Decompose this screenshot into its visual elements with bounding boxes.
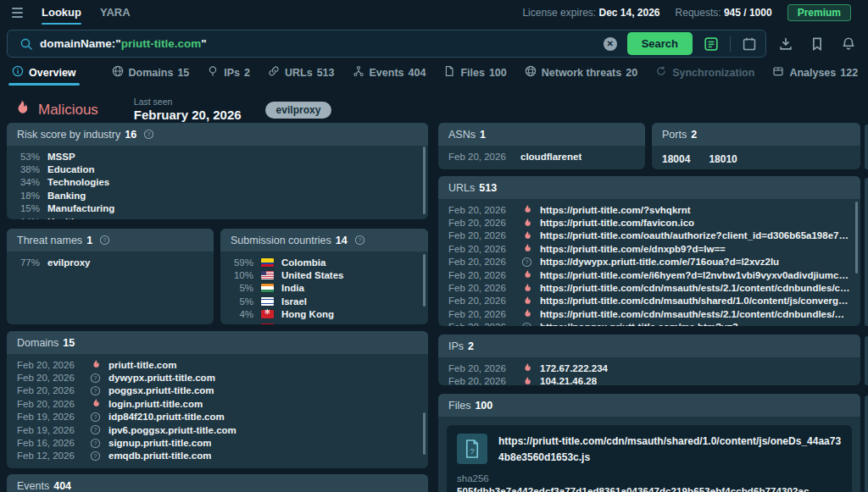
search-icon — [19, 37, 33, 51]
url-link[interactable]: https://priutt-title.com/e/i6hyem?d=l2nv… — [540, 270, 850, 280]
search-row: domainName:"priutt-title.com" ✕ Search — [7, 30, 856, 58]
stat-row: 53%MSSP — [17, 150, 418, 163]
tab-ips[interactable]: IPs 2 — [207, 65, 250, 80]
domain-link[interactable]: idp84f210.priutt-title.com — [108, 412, 225, 422]
pin-icon — [207, 65, 219, 80]
domain-link[interactable]: ipv6.poggsx.priutt-title.com — [108, 425, 236, 435]
bookmark-icon[interactable] — [810, 36, 825, 52]
search-input[interactable]: domainName:"priutt-title.com" ✕ Search — [7, 30, 766, 58]
scrollbar-thumb[interactable] — [423, 254, 426, 307]
url-link[interactable]: https://priutt-title.com/favicon.ico — [540, 218, 694, 228]
svg-text:?: ? — [93, 427, 97, 433]
date: Feb 20, 2026 — [448, 152, 513, 162]
tab-network-threats[interactable]: Network threats 20 — [525, 65, 637, 80]
domain-link[interactable]: poggsx.priutt-title.com — [108, 385, 214, 395]
port-value[interactable]: 18010 — [709, 153, 737, 165]
tab-overview[interactable]: Overview — [12, 65, 76, 80]
card-header: URLs 513 — [438, 176, 860, 199]
query-suffix: " — [201, 37, 206, 50]
percentage: 14% — [17, 217, 40, 219]
tab-files[interactable]: Files 100 — [443, 65, 506, 80]
card-header: Domains 15 — [7, 331, 428, 354]
unknown-verdict-icon: ? — [89, 438, 101, 449]
tab-analyses[interactable]: Analyses 122 — [772, 65, 858, 80]
svg-text:?: ? — [93, 388, 97, 394]
tab-label: Domains — [129, 67, 174, 79]
percentage: 53% — [17, 152, 40, 162]
tab-domains[interactable]: Domains 15 — [112, 65, 190, 80]
stat-row: 5%Israel — [231, 295, 418, 307]
domain-link[interactable]: login.priutt-title.com — [108, 399, 203, 409]
tab-urls[interactable]: URLs 513 — [268, 65, 335, 80]
url-link[interactable]: https://priutt-title.com/e/dnxpb9?d=lw== — [540, 244, 726, 254]
card-asns: ASNs 1 Feb 20, 2026cloudflarenet — [438, 123, 645, 169]
url-link[interactable]: https://priutt-title.com/?svhqkrnt — [540, 205, 691, 215]
tab-yara[interactable]: YARA — [100, 0, 131, 25]
svg-text:?: ? — [147, 131, 151, 137]
date: Feb 20, 2026 — [448, 322, 513, 326]
malicious-fire-icon — [89, 398, 101, 409]
domains-list: Feb 20, 2026priutt-title.comFeb 20, 2026… — [7, 354, 428, 462]
tab-events[interactable]: Events 404 — [353, 65, 426, 80]
card-ports: Ports 2 18004 18010 — [652, 123, 860, 169]
stat-row: 77%evilproxy — [17, 256, 203, 268]
stat-row: 10%United States — [231, 268, 418, 281]
url-link[interactable]: https://poggsx.priutt-title.com/me.htm?v… — [540, 322, 738, 326]
card-events: Events 404 — [7, 474, 428, 492]
search-button[interactable]: Search — [627, 32, 693, 55]
scrollbar-thumb[interactable] — [423, 146, 426, 214]
card-count: 100 — [475, 400, 492, 412]
india-flag-icon — [261, 284, 274, 292]
card-header: IPs 2 — [438, 334, 860, 357]
domain-link[interactable]: signup.priutt-title.com — [108, 438, 211, 448]
menu-icon[interactable] — [12, 8, 23, 18]
card-ips: IPs 2 Feb 20, 2026172.67.222.234Feb 20, … — [438, 334, 860, 385]
tab-synchronization[interactable]: Synchronization — [655, 65, 754, 80]
scrollbar-thumb[interactable] — [855, 202, 858, 274]
file-url[interactable]: https://priutt-title.com/cdn/msauth/shar… — [498, 434, 842, 465]
card-count: 513 — [479, 182, 497, 194]
globe-icon — [112, 65, 124, 80]
asn-link[interactable]: cloudflarenet — [520, 152, 581, 162]
url-link[interactable]: https://priutt-title.com/cdn/msauth/ests… — [540, 283, 850, 293]
stat-row: 18%Banking — [17, 189, 418, 202]
domain-link[interactable]: dywypx.priutt-title.com — [108, 373, 215, 383]
stat-row: 5%India — [231, 282, 418, 295]
percentage: 10% — [231, 270, 253, 280]
card-urls: URLs 513 Feb 20, 2026https://priutt-titl… — [438, 176, 860, 326]
search-templates-icon[interactable] — [704, 36, 719, 52]
domain-link[interactable]: priutt-title.com — [108, 360, 177, 370]
url-link[interactable]: https://priutt-title.com/cdn/msauth/shar… — [540, 296, 850, 306]
help-icon[interactable]: ? — [354, 235, 365, 246]
malicious-fire-icon — [12, 99, 31, 121]
ip-link[interactable]: 172.67.222.234 — [540, 363, 608, 373]
help-icon[interactable]: ? — [99, 235, 110, 246]
cutoff-card-sliver — [865, 395, 868, 492]
card-title: Events — [17, 480, 49, 492]
card-header: Ports 2 — [652, 123, 860, 146]
sha256-hash[interactable]: 505fdbb3e7a442edcf3a77d1ed8361a043647dc2… — [457, 486, 842, 492]
malicious-fire-icon — [520, 269, 532, 280]
threat-tag[interactable]: evilproxy — [265, 102, 332, 119]
url-link[interactable]: https://priutt-title.com/oauth/authorize… — [540, 230, 850, 240]
download-icon[interactable] — [778, 36, 793, 52]
tab-label: Events — [370, 67, 404, 79]
stat-row: 4%Hong Kong — [231, 308, 418, 321]
ip-link[interactable]: 104.21.46.28 — [540, 376, 597, 385]
unknown-verdict-icon: ? — [520, 257, 532, 268]
domain-link[interactable]: emqdb.priutt-title.com — [108, 451, 211, 461]
scrollbar-thumb[interactable] — [423, 412, 426, 455]
help-icon[interactable]: ? — [143, 129, 154, 140]
bell-icon[interactable] — [841, 36, 856, 52]
info-icon — [12, 65, 24, 80]
url-link[interactable]: https://priutt-title.com/cdn/msauth/ests… — [540, 309, 850, 319]
url-link[interactable]: https://dywypx.priutt-title.com/e/716oua… — [540, 257, 779, 267]
port-value[interactable]: 18004 — [662, 153, 690, 165]
stat-row: 59%Colombia — [231, 256, 418, 268]
date: Feb 20, 2026 — [448, 205, 513, 215]
tab-lookup[interactable]: Lookup — [42, 0, 81, 25]
search-query[interactable]: domainName:"priutt-title.com" — [40, 37, 604, 50]
calendar-icon[interactable] — [742, 36, 757, 52]
netherlands-flag-icon — [261, 323, 274, 324]
clear-search-button[interactable]: ✕ — [604, 37, 617, 51]
